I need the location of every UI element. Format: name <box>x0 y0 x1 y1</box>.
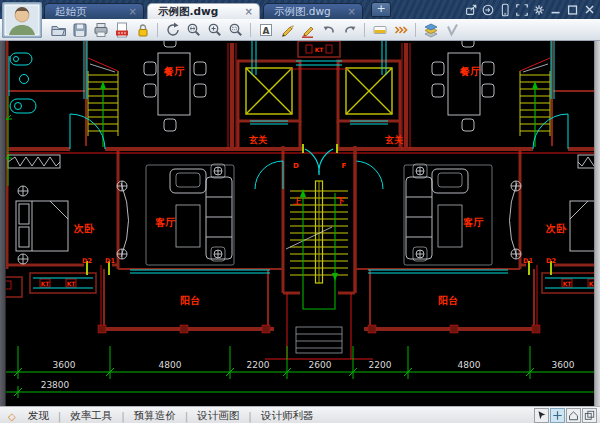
room-label-balcony: 阳台 <box>438 295 458 306</box>
home-view-button[interactable] <box>566 408 581 423</box>
lock-button[interactable] <box>132 20 153 39</box>
tab-label: 示例图.dwg <box>158 5 218 19</box>
close-button[interactable] <box>582 2 597 17</box>
tab-bar: 起始页 × 示例图.dwg × 示例图.dwg × + <box>44 0 391 19</box>
room-label-bedroom: 次卧 <box>73 223 95 234</box>
door-label: D2 <box>82 257 92 265</box>
text-annotation-button[interactable]: A <box>255 20 276 39</box>
maximize-button[interactable] <box>565 2 580 17</box>
zoom-extents-icon <box>186 22 202 38</box>
dimension-labels: 3600 4800 2200 2600 2200 4800 3600 23800 <box>41 360 575 390</box>
feedback-button[interactable] <box>480 2 495 17</box>
canvas-right-border <box>594 41 600 406</box>
statusbar-item-budget-pricing[interactable]: 预算造价 <box>125 409 185 423</box>
settings-button[interactable] <box>531 2 546 17</box>
layers-icon <box>423 22 439 38</box>
pan-cursor-icon <box>536 410 547 421</box>
more-tools-button[interactable] <box>390 20 411 39</box>
minimize-button[interactable] <box>548 2 563 17</box>
dim-label: 2200 <box>369 360 392 370</box>
statusbar-item-discover[interactable]: 发现 <box>19 409 58 423</box>
undo-button[interactable] <box>318 20 339 39</box>
zoom-in-icon <box>207 22 223 38</box>
ac-label: KT <box>315 46 325 53</box>
elevator-shaft <box>246 68 292 114</box>
user-avatar[interactable] <box>2 2 42 38</box>
printer-icon <box>93 22 109 38</box>
gear-icon <box>532 3 546 17</box>
room-label-balcony: 阳台 <box>180 295 200 306</box>
share-button[interactable] <box>463 2 478 17</box>
pdf-icon <box>114 22 130 38</box>
view-mode-buttons <box>534 408 597 423</box>
tab-start-page[interactable]: 起始页 × <box>44 3 144 19</box>
fullscreen-icon <box>515 3 529 17</box>
toolbar-separator <box>157 23 158 37</box>
close-tab-icon[interactable]: × <box>348 7 356 17</box>
drawing-canvas[interactable]: 3600 4800 2200 2600 2200 4800 3600 23800… <box>0 41 600 406</box>
room-label-dining: 餐厅 <box>459 66 481 77</box>
mobile-icon <box>498 3 512 17</box>
pan-mode-button[interactable] <box>534 408 549 423</box>
window-controls <box>463 2 597 17</box>
fullscreen-button[interactable] <box>514 2 529 17</box>
bedroom-furniture <box>8 155 68 264</box>
close-icon <box>583 3 597 17</box>
canvas-left-border <box>0 41 6 406</box>
toolbar-separator <box>250 23 251 37</box>
print-button[interactable] <box>90 20 111 39</box>
redo-button[interactable] <box>339 20 360 39</box>
marker-markup-button[interactable] <box>297 20 318 39</box>
living-room-furniture <box>117 164 234 265</box>
verify-button[interactable] <box>441 20 462 39</box>
door-label: D2 <box>546 257 556 265</box>
statusbar-item-designer-tools[interactable]: 设计师利器 <box>252 409 323 423</box>
crosshair-icon <box>552 410 563 421</box>
dim-label: 4800 <box>458 360 481 370</box>
undo-icon <box>321 22 337 38</box>
mobile-button[interactable] <box>497 2 512 17</box>
statusbar-item-efficiency-tools[interactable]: 效率工具 <box>61 409 121 423</box>
measure-icon <box>372 22 388 38</box>
close-tab-icon[interactable]: × <box>245 7 253 17</box>
rotate-view-button[interactable] <box>162 20 183 39</box>
measure-button[interactable] <box>369 20 390 39</box>
dim-label: 2600 <box>309 360 332 370</box>
tab-drawing-2[interactable]: 示例图.dwg × <box>263 3 363 19</box>
zoom-in-button[interactable] <box>204 20 225 39</box>
layers-button[interactable] <box>420 20 441 39</box>
window-arrange-button[interactable] <box>582 408 597 423</box>
new-tab-button[interactable]: + <box>371 2 391 17</box>
room-label-dining: 餐厅 <box>163 66 185 77</box>
room-label-bedroom: 次卧 <box>545 223 567 234</box>
toolbar-separator <box>415 23 416 37</box>
zoom-extents-button[interactable] <box>183 20 204 39</box>
door-label: D <box>293 162 299 170</box>
door-label: D1 <box>105 257 115 265</box>
ac-label: KT <box>563 280 573 287</box>
bathroom-fixtures <box>10 53 36 113</box>
crosshair-mode-button[interactable] <box>550 408 565 423</box>
avatar-image <box>2 2 42 38</box>
pencil-markup-button[interactable] <box>276 20 297 39</box>
floor-plan-drawing: 3600 4800 2200 2600 2200 4800 3600 23800… <box>0 41 600 406</box>
tab-drawing-1[interactable]: 示例图.dwg × <box>147 3 260 19</box>
room-label-living: 客厅 <box>462 217 484 228</box>
dim-total-label: 23800 <box>41 380 70 390</box>
pencil-icon <box>279 22 295 38</box>
ac-label: KT <box>41 280 51 287</box>
lock-icon <box>135 22 151 38</box>
open-file-button[interactable] <box>48 20 69 39</box>
dim-label: 4800 <box>159 360 182 370</box>
side-staircase <box>88 58 118 147</box>
save-button[interactable] <box>69 20 90 39</box>
triple-chevron-icon <box>393 22 409 38</box>
floor-plan-left-unit <box>0 41 300 333</box>
statusbar-item-design-drawing[interactable]: 设计画图 <box>188 409 248 423</box>
close-tab-icon[interactable]: × <box>129 7 137 17</box>
marker-icon <box>300 22 316 38</box>
export-pdf-button[interactable] <box>111 20 132 39</box>
redo-icon <box>342 22 358 38</box>
zoom-window-button[interactable] <box>225 20 246 39</box>
zoom-window-icon <box>228 22 244 38</box>
